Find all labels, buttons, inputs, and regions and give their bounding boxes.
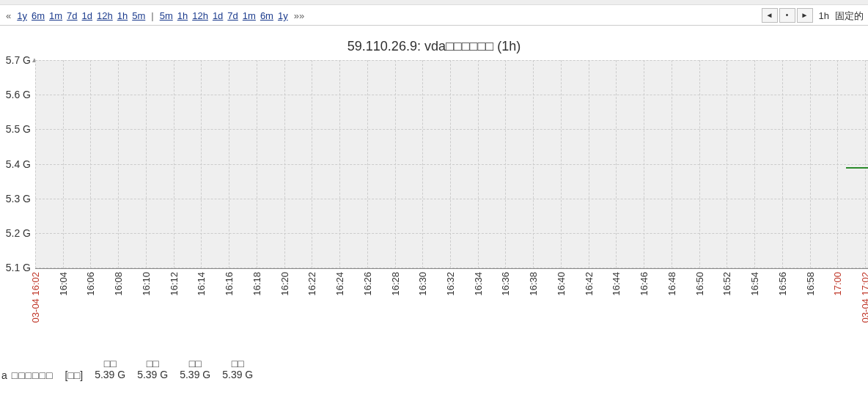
legend-stat-2: □□ 5.39 G bbox=[180, 358, 210, 381]
grid-line-vertical bbox=[699, 60, 700, 268]
range-12h-back[interactable]: 12h bbox=[97, 10, 113, 21]
grid-line-vertical bbox=[644, 60, 644, 268]
x-tick-label: 16:16 bbox=[224, 272, 235, 296]
grid-line-vertical bbox=[865, 60, 866, 268]
grid-line-vertical bbox=[505, 60, 506, 268]
legend-stat-value: 5.39 G bbox=[95, 369, 125, 380]
nav-dot-button[interactable]: • bbox=[779, 8, 795, 23]
range-1h-fwd[interactable]: 1h bbox=[177, 10, 188, 21]
grid-line-vertical bbox=[367, 60, 368, 268]
legend-stat-header: □□ bbox=[104, 358, 117, 369]
zoom-out-next[interactable]: »» bbox=[293, 10, 306, 21]
nav-next-button[interactable]: ► bbox=[797, 8, 813, 23]
x-tick-label: 16:26 bbox=[362, 272, 373, 296]
x-tick-label: 16:18 bbox=[251, 272, 262, 296]
range-7d-back[interactable]: 7d bbox=[67, 10, 77, 21]
y-tick-label: 5.6 G bbox=[6, 89, 31, 100]
grid-line-vertical bbox=[837, 60, 838, 268]
grid-line-vertical bbox=[616, 60, 617, 268]
x-tick-label: 17:00 bbox=[832, 272, 843, 296]
x-tick-label: 16:10 bbox=[141, 272, 152, 296]
range-7d-fwd[interactable]: 7d bbox=[227, 10, 238, 21]
x-tick-label: 16:56 bbox=[777, 272, 788, 296]
grid-line-horizontal bbox=[35, 95, 868, 95]
legend-stat-header: □□ bbox=[189, 358, 202, 369]
zoom-out-prev[interactable]: « bbox=[4, 10, 12, 21]
grid-line-vertical bbox=[284, 60, 285, 268]
grid-line-vertical bbox=[450, 60, 451, 268]
y-tick-label: 5.5 G bbox=[6, 123, 31, 135]
range-1y-back[interactable]: 1y bbox=[17, 10, 27, 21]
range-5m-back[interactable]: 5m bbox=[132, 10, 145, 21]
legend-series[interactable]: a □□□□□□ bbox=[1, 369, 53, 381]
range-1m-back[interactable]: 1m bbox=[49, 10, 62, 21]
x-tick-label: 16:42 bbox=[584, 272, 595, 296]
grid-line-vertical bbox=[395, 60, 396, 268]
grid-line-horizontal bbox=[35, 164, 868, 165]
y-tick-label: 5.3 G bbox=[6, 193, 31, 204]
range-1d-back[interactable]: 1d bbox=[82, 10, 92, 21]
grid-line-vertical bbox=[727, 60, 727, 268]
x-axis: 03-04 16:0216:0416:0616:0816:1016:1216:1… bbox=[35, 269, 868, 357]
grid-line-vertical bbox=[146, 60, 147, 268]
grid-line-vertical bbox=[90, 60, 91, 268]
chart-plot-area[interactable] bbox=[35, 60, 868, 269]
grid-line-vertical bbox=[63, 60, 64, 268]
y-tick-label: 5.2 G bbox=[6, 227, 31, 239]
range-1y-fwd[interactable]: 1y bbox=[278, 10, 288, 21]
grid-line-vertical bbox=[201, 60, 202, 268]
legend-series-label: a □□□□□□ bbox=[1, 369, 53, 381]
x-tick-label: 16:20 bbox=[279, 272, 290, 296]
legend-stat-0: □□ 5.39 G bbox=[95, 358, 125, 381]
grid-line-vertical bbox=[810, 60, 811, 268]
x-tick-label: 16:36 bbox=[500, 272, 511, 296]
range-12h-fwd[interactable]: 12h bbox=[192, 10, 208, 21]
legend-stat-header: □□ bbox=[147, 358, 159, 369]
grid-line-horizontal bbox=[35, 60, 868, 61]
legend-stat-header: □□ bbox=[232, 358, 244, 369]
grid-line-vertical bbox=[312, 60, 312, 268]
grid-line-vertical bbox=[754, 60, 755, 268]
grid-line-vertical bbox=[174, 60, 174, 268]
grid-line-vertical bbox=[257, 60, 257, 268]
grid-line-vertical bbox=[561, 60, 562, 268]
grid-line-horizontal bbox=[35, 199, 868, 199]
grid-line-vertical bbox=[589, 60, 589, 268]
x-tick-label: 03-04 17:02 bbox=[860, 272, 868, 323]
x-tick-label: 16:24 bbox=[334, 272, 345, 296]
y-tick-label: 5.4 G bbox=[6, 158, 31, 170]
range-5m-fwd[interactable]: 5m bbox=[160, 10, 173, 21]
legend-stat-value: 5.39 G bbox=[222, 369, 253, 380]
grid-line-vertical bbox=[782, 60, 783, 268]
y-tick-label: 5.7 G bbox=[6, 54, 31, 66]
grid-line-horizontal bbox=[35, 129, 868, 130]
x-tick-label: 16:40 bbox=[556, 272, 567, 296]
chart-title: 59.110.26.9: vda□□□□□□ (1h) bbox=[0, 39, 868, 54]
x-tick-label: 16:58 bbox=[805, 272, 816, 296]
range-6m-back[interactable]: 6m bbox=[32, 10, 45, 21]
range-1h-back[interactable]: 1h bbox=[117, 10, 128, 21]
grid-line-vertical bbox=[118, 60, 119, 268]
range-1d-fwd[interactable]: 1d bbox=[213, 10, 223, 21]
x-tick-label: 16:32 bbox=[445, 272, 456, 296]
legend-stat-value: 5.39 G bbox=[137, 369, 168, 380]
legend-all-toggle[interactable]: [□□] bbox=[65, 369, 83, 381]
x-tick-label: 16:52 bbox=[721, 272, 732, 296]
grid-line-vertical bbox=[478, 60, 479, 268]
grid-line-vertical bbox=[35, 60, 36, 268]
x-tick-label: 03-04 16:02 bbox=[30, 272, 41, 323]
legend-row: a □□□□□□ [□□] □□ 5.39 G □□ 5.39 G □□ 5.3… bbox=[0, 358, 868, 381]
range-6m-fwd[interactable]: 6m bbox=[260, 10, 273, 21]
x-tick-label: 16:22 bbox=[306, 272, 317, 296]
grid-line-vertical bbox=[672, 60, 672, 268]
series-line bbox=[846, 167, 868, 169]
time-range-links: « 1y 6m 1m 7d 1d 12h 1h 5m | 5m 1h 12h 1… bbox=[4, 10, 306, 21]
toolbar-right: ◄ • ► 1h 固定的 bbox=[762, 8, 864, 24]
grid-line-vertical bbox=[339, 60, 340, 268]
nav-prev-button[interactable]: ◄ bbox=[762, 8, 778, 23]
grid-line-vertical bbox=[229, 60, 229, 268]
range-1m-fwd[interactable]: 1m bbox=[243, 10, 256, 21]
window-strip bbox=[0, 0, 868, 5]
range-separator: | bbox=[150, 10, 155, 21]
grid-line-vertical bbox=[533, 60, 534, 268]
